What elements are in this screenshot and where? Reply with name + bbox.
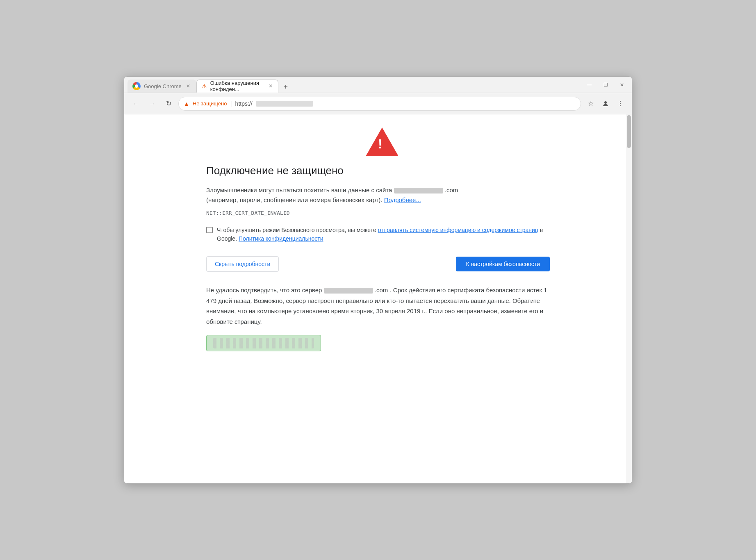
scrollbar[interactable] <box>626 114 632 483</box>
safe-browsing-checkbox[interactable] <box>206 227 213 233</box>
tab-error[interactable]: ⚠ Ошибка нарушения конфиден... ✕ <box>196 80 278 93</box>
checkbox-label-start: Чтобы улучшить режим Безопасного просмот… <box>217 227 376 233</box>
address-separator: | <box>230 100 232 107</box>
description: Злоумышленники могут пытаться похитить в… <box>206 185 550 205</box>
not-secure-label: Не защищено <box>193 100 227 107</box>
close-button[interactable]: ✕ <box>615 79 628 91</box>
warning-icon-container <box>214 127 550 156</box>
menu-button[interactable]: ⋮ <box>614 97 627 110</box>
chrome-logo-icon <box>132 82 141 90</box>
url-redacted <box>256 101 313 107</box>
tab-1-label: Google Chrome <box>144 83 182 89</box>
forward-button[interactable]: → <box>146 97 159 110</box>
url-text: https:// <box>235 100 253 107</box>
description-start: Злоумышленники могут пытаться похитить в… <box>206 187 392 193</box>
content-area: Подключение не защищено Злоумышленники м… <box>124 114 632 483</box>
hide-details-button[interactable]: Скрыть подробности <box>206 256 279 272</box>
window-controls: — ☐ ✕ <box>583 79 628 91</box>
details-domain-suffix: .com <box>375 287 388 294</box>
tab-2-close-button[interactable]: ✕ <box>269 83 273 89</box>
page-title: Подключение не защищено <box>206 164 550 177</box>
privacy-policy-link[interactable]: Политика конфиденциальности <box>239 235 323 242</box>
toolbar-right: ☆ ⋮ <box>584 97 627 110</box>
error-code: NET::ERR_CERT_DATE_INVALID <box>206 210 550 216</box>
learn-more-link[interactable]: Подробнее... <box>384 196 421 203</box>
details-text: Не удалось подтвердить, что это сервер .… <box>206 285 550 327</box>
warning-triangle-icon <box>366 127 398 156</box>
reload-button[interactable]: ↻ <box>162 97 175 110</box>
address-bar[interactable]: ▲ Не защищено | https:// <box>178 97 581 111</box>
tab-bar: Google Chrome ✕ ⚠ Ошибка нарушения конфи… <box>128 77 583 93</box>
checkbox-label: Чтобы улучшить режим Безопасного просмот… <box>217 226 550 243</box>
security-settings-button[interactable]: К настройкам безопасности <box>456 257 550 271</box>
send-info-link[interactable]: отправлять системную информацию и содерж… <box>378 227 538 233</box>
safe-browsing-checkbox-row: Чтобы улучшить режим Безопасного просмот… <box>206 226 550 243</box>
titlebar: Google Chrome ✕ ⚠ Ошибка нарушения конфи… <box>124 77 632 93</box>
maximize-button[interactable]: ☐ <box>599 79 612 91</box>
details-domain-redacted <box>324 288 373 294</box>
new-tab-button[interactable]: + <box>280 81 291 93</box>
domain-suffix: .com <box>445 187 458 193</box>
error-page-content: Подключение не защищено Злоумышленники м… <box>124 114 632 483</box>
back-button[interactable]: ← <box>129 97 142 110</box>
button-row: Скрыть подробности К настройкам безопасн… <box>206 256 550 272</box>
bookmark-button[interactable]: ☆ <box>584 97 597 110</box>
tab-2-label: Ошибка нарушения конфиден... <box>210 80 265 92</box>
warning-tab-icon: ⚠ <box>202 83 207 89</box>
browser-window: Google Chrome ✕ ⚠ Ошибка нарушения конфи… <box>124 76 632 484</box>
navbar: ← → ↻ ▲ Не защищено | https:// ☆ ⋮ <box>124 93 632 114</box>
scrollbar-thumb[interactable] <box>627 115 631 148</box>
minimize-button[interactable]: — <box>583 79 596 91</box>
tab-1-close-button[interactable]: ✕ <box>185 83 191 89</box>
details-start: Не удалось подтвердить, что это сервер <box>206 287 322 294</box>
not-secure-icon: ▲ <box>184 100 189 107</box>
svg-point-0 <box>604 101 607 104</box>
domain-redacted <box>394 188 443 193</box>
profile-button[interactable] <box>599 97 612 110</box>
description-end: (например, пароли, сообщения или номера … <box>206 196 382 203</box>
tab-google-chrome[interactable]: Google Chrome ✕ <box>128 80 196 93</box>
proceed-button[interactable] <box>206 335 321 351</box>
